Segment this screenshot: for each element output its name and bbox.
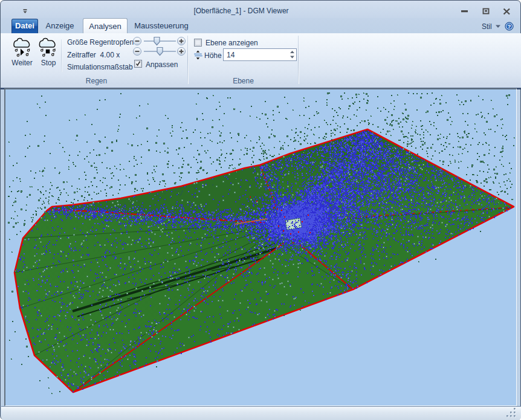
svg-text:?: ? bbox=[508, 23, 511, 30]
